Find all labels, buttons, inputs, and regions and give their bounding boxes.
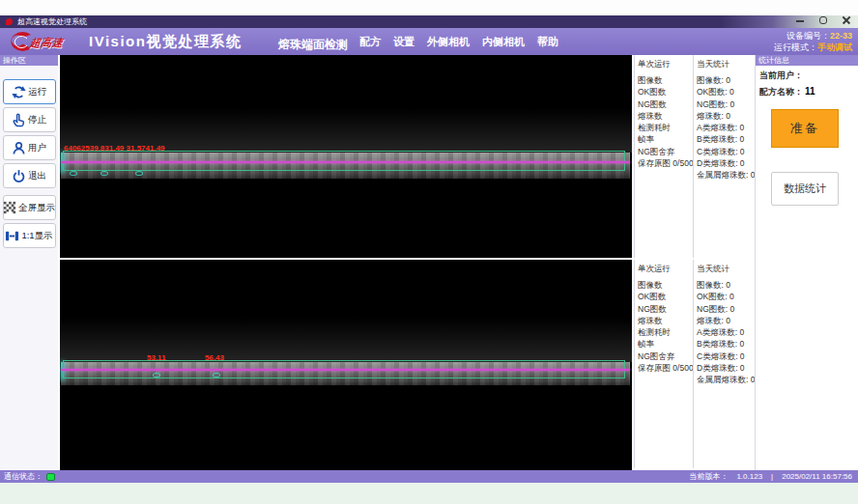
stats-panel: 单次运行 图像数OK图数NG图数熔珠数检测耗时帧率NG图舍弃保存原图 0/500… [634, 260, 754, 468]
maximize-icon[interactable] [815, 13, 831, 28]
stat-row: D类熔珠数: 0 [697, 157, 754, 169]
stat-row: OK图数: 0 [697, 291, 754, 302]
close-icon[interactable] [839, 13, 854, 28]
today-stats-title: 当天统计 [697, 264, 754, 275]
stats-panels: 单次运行 图像数OK图数NG图数熔珠数检测耗时帧率NG图舍弃保存原图 0/500… [634, 55, 754, 468]
stat-row: 帧率 [638, 133, 693, 145]
stat-row: 金属屑熔珠数: 0 [697, 169, 754, 181]
stat-row: 图像数: 0 [697, 74, 754, 86]
run-button-label: 运行 [28, 86, 46, 98]
stat-row: 熔珠数: 0 [697, 315, 754, 326]
today-stats-rows: 图像数: 0OK图数: 0NG图数: 0熔珠数: 0A类熔珠数: 0B类熔珠数:… [697, 279, 754, 386]
comm-status-indicator [46, 473, 55, 481]
stat-row: NG图舍弃 [638, 146, 693, 157]
one-to-one-display-label: 1:1显示 [21, 230, 52, 242]
recipe-name-label: 配方名称： [759, 87, 803, 97]
menu-item[interactable]: 内侧相机 [482, 35, 525, 49]
statistics-info-panel: 统计信息 当前用户： 配方名称：11 准备 数据统计 [755, 55, 858, 470]
camera-viewport-inner[interactable]: 53.11 56.43 [60, 260, 632, 470]
measurement-annotation-left: 53.11 [147, 353, 166, 362]
bead-marker [70, 171, 77, 176]
bead-marker [100, 171, 108, 176]
sidebar-title: 操作区 [0, 55, 58, 66]
single-run-title: 单次运行 [638, 264, 693, 275]
run-button[interactable]: 运行 [3, 79, 56, 104]
laser-detection-line [61, 369, 630, 371]
today-stats-column: 当天统计 图像数: 0OK图数: 0NG图数: 0熔珠数: 0A类熔珠数: 0B… [693, 55, 754, 258]
stat-row: D类熔珠数: 0 [697, 362, 754, 374]
fullscreen-display-button[interactable]: 全屏显示 [3, 195, 56, 220]
run-mode-line: 运行模式：手动调试 [774, 42, 852, 53]
menu-item[interactable]: 配方 [359, 35, 381, 49]
image-background [60, 318, 632, 362]
single-run-column: 单次运行 图像数OK图数NG图数熔珠数检测耗时帧率NG图舍弃保存原图 0/500 [634, 260, 693, 468]
current-user-row: 当前用户： [756, 66, 858, 82]
stat-row: 检测耗时 [638, 122, 693, 133]
today-stats-title: 当天统计 [697, 59, 754, 70]
stat-row: 熔珠数: 0 [697, 110, 754, 122]
bead-marker [153, 373, 160, 378]
stats-panel: 单次运行 图像数OK图数NG图数熔珠数检测耗时帧率NG图舍弃保存原图 0/500… [634, 55, 754, 258]
laser-detection-line [61, 161, 630, 163]
fullscreen-display-label: 全屏显示 [18, 202, 55, 214]
stop-button[interactable]: 停止 [3, 107, 56, 132]
info-panel-title: 统计信息 [756, 55, 858, 66]
menu-bar: 配方设置外侧相机内侧相机帮助 [359, 28, 558, 55]
window-controls [792, 13, 854, 28]
stat-row: 图像数 [638, 279, 693, 291]
app-header: 超高速 IVision视觉处理系统 熔珠端面检测 配方设置外侧相机内侧相机帮助 … [0, 28, 858, 55]
exit-button-label: 退出 [28, 170, 46, 182]
device-number-label: 设备编号： [786, 31, 830, 41]
menu-item[interactable]: 帮助 [537, 35, 558, 49]
stat-row: 图像数: 0 [697, 279, 754, 291]
comm-status-label: 通信状态： [4, 471, 43, 482]
menu-item[interactable]: 设置 [393, 35, 415, 49]
camera-viewport-outer[interactable]: 64062539.831.49 31.5741.49 [60, 55, 632, 258]
brand-logo-text: 超高速 [29, 36, 65, 50]
bead-marker [135, 171, 143, 176]
single-run-rows: 图像数OK图数NG图数熔珠数检测耗时帧率NG图舍弃保存原图 0/500 [638, 74, 693, 169]
one-to-one-icon [5, 229, 19, 243]
app-window: 超高速视觉处理系统 超高速 IVision视觉处理系统 熔珠端面检测 配方设置外… [0, 0, 858, 504]
stat-row: OK图数: 0 [697, 86, 754, 98]
version-value: 1.0.123 [736, 472, 762, 481]
stat-row: 帧率 [638, 338, 693, 350]
stat-row: A类熔珠数: 0 [697, 326, 754, 338]
statusbar-separator: | [771, 472, 773, 481]
power-icon [12, 169, 26, 183]
stat-row: B类熔珠数: 0 [697, 133, 754, 145]
stat-row: NG图数 [638, 303, 693, 315]
run-cycle-icon [12, 85, 26, 99]
desktop-margin-top [0, 0, 858, 15]
stat-row: 检测耗时 [638, 326, 693, 338]
sidebar-buttons: 运行 停止 用户 退出 [0, 66, 58, 248]
stat-row: 金属屑熔珠数: 0 [697, 374, 754, 385]
device-number-value: 22-33 [830, 31, 852, 41]
user-button-label: 用户 [28, 142, 46, 154]
one-to-one-display-button[interactable]: 1:1显示 [3, 223, 56, 248]
stat-row: 保存原图 0/500 [638, 157, 693, 169]
minimize-icon[interactable] [792, 13, 808, 28]
window-titlebar: 超高速视觉处理系统 [0, 15, 858, 28]
version-label: 当前版本： [689, 471, 728, 482]
measurement-annotation-right: 56.43 [205, 353, 224, 362]
prepare-button[interactable]: 准备 [771, 109, 839, 148]
stat-row: 保存原图 0/500 [638, 362, 693, 374]
stop-button-label: 停止 [28, 114, 46, 126]
stat-row: NG图数: 0 [697, 303, 754, 315]
app-title: IVision视觉处理系统 [89, 33, 242, 51]
recipe-name-value: 11 [805, 86, 815, 97]
bead-marker [213, 373, 220, 378]
exit-button[interactable]: 退出 [3, 163, 56, 188]
stat-row: A类熔珠数: 0 [697, 122, 754, 133]
current-user-label: 当前用户： [759, 70, 803, 80]
menu-item[interactable]: 外侧相机 [427, 35, 470, 49]
stat-row: OK图数 [638, 291, 693, 302]
today-stats-column: 当天统计 图像数: 0OK图数: 0NG图数: 0熔珠数: 0A类熔珠数: 0B… [693, 260, 754, 468]
user-icon [12, 141, 26, 155]
user-button[interactable]: 用户 [3, 135, 56, 160]
app-subtitle: 熔珠端面检测 [278, 37, 348, 53]
data-statistics-button[interactable]: 数据统计 [771, 172, 839, 206]
today-stats-rows: 图像数: 0OK图数: 0NG图数: 0熔珠数: 0A类熔珠数: 0B类熔珠数:… [697, 74, 754, 182]
recipe-name-row: 配方名称：11 [756, 82, 858, 98]
